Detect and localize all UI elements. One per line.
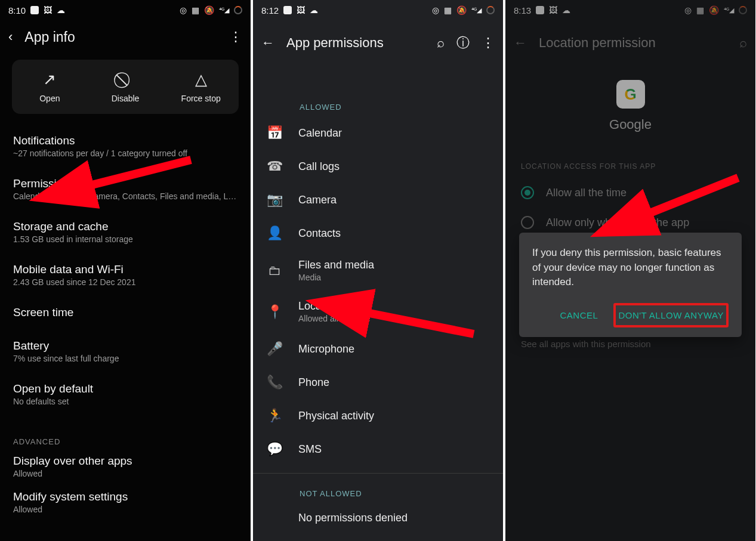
section-allowed: ALLOWED (253, 87, 503, 116)
call-log-icon: ☎ (265, 159, 284, 174)
row-sub: No defaults set (13, 397, 237, 406)
perm-label: Calendar (298, 127, 342, 140)
overflow-icon[interactable]: ⋮ (482, 35, 495, 51)
clock: 8:10 (8, 5, 26, 16)
force-stop-label: Force stop (181, 94, 221, 103)
row-open-by-default[interactable]: Open by default No defaults set (13, 373, 237, 416)
row-sub: Calendar, Call logs, Camera, Contacts, F… (13, 191, 237, 201)
notification-dot-icon (283, 6, 292, 14)
action-row: ↗ Open ⃠ Disable △ Force stop (12, 60, 239, 114)
row-permissions[interactable]: Permissions Calendar, Call logs, Camera,… (13, 168, 237, 211)
hotspot-icon: ◎ (432, 6, 439, 14)
screen-location-permission: 8:13 🖼 ☁ ◎ ▦ 🔕 ⁴ᴳ◢ ← Location permission… (505, 0, 755, 541)
activity-icon: 🏃 (265, 408, 284, 423)
row-battery[interactable]: Battery 7% use since last full charge (13, 330, 237, 373)
perm-label: Call logs (298, 160, 340, 173)
row-sub: 2.43 GB used since 12 Dec 2021 (13, 277, 237, 287)
row-title: Storage and cache (13, 220, 237, 233)
perm-contacts[interactable]: 👤 Contacts (253, 217, 503, 250)
notification-dot-icon (30, 6, 39, 14)
cloud-icon: ☁ (57, 6, 65, 14)
perm-call-logs[interactable]: ☎ Call logs (253, 150, 503, 183)
perm-label: Phone (298, 376, 329, 389)
row-sub: 1.53 GB used in internal storage (13, 234, 237, 244)
perm-label: Location (298, 300, 371, 313)
page-title: App info (24, 29, 217, 45)
row-sub: Allowed (13, 469, 237, 478)
perm-phone[interactable]: 📞 Phone (253, 366, 503, 399)
row-sub: 7% use since last full charge (13, 354, 237, 363)
screen-app-permissions: 8:12 🖼 ☁ ◎ ▦ 🔕 ⁴ᴳ◢ ← App permissions ⌕ ⓘ… (253, 0, 503, 541)
camera-icon: 📷 (265, 192, 284, 208)
image-icon: 🖼 (297, 6, 305, 14)
calendar-icon: 📅 (265, 125, 284, 141)
perm-files[interactable]: 🗀 Files and media Media (253, 250, 503, 291)
mute-icon: 🔕 (204, 6, 214, 14)
volte-icon: ▦ (444, 6, 452, 14)
search-icon[interactable]: ⌕ (437, 35, 445, 51)
perm-sub: Allowed all the time (298, 314, 371, 323)
none-denied-label: No permissions denied (298, 512, 408, 524)
disable-icon: ⃠ (88, 70, 163, 89)
section-not-allowed: NOT ALLOWED (253, 474, 503, 503)
row-modify-system[interactable]: Modify system settings Allowed (13, 484, 237, 520)
image-icon: 🖼 (44, 6, 52, 14)
microphone-icon: 🎤 (265, 341, 284, 357)
perm-activity[interactable]: 🏃 Physical activity (253, 399, 503, 432)
help-icon[interactable]: ⓘ (456, 34, 470, 52)
header: ← App permissions ⌕ ⓘ ⋮ (253, 20, 503, 66)
open-icon: ↗ (12, 70, 88, 89)
force-stop-button[interactable]: △ Force stop (163, 70, 239, 103)
battery-ring-icon (486, 6, 495, 14)
folder-icon: 🗀 (265, 263, 284, 279)
perm-sms[interactable]: 💬 SMS (253, 432, 503, 466)
overflow-icon[interactable]: ⋮ (229, 29, 242, 45)
perm-sub: Media (298, 273, 374, 282)
dialog-message: If you deny this permission, basic featu… (532, 246, 729, 290)
row-title: Permissions (13, 177, 237, 190)
perm-camera[interactable]: 📷 Camera (253, 183, 503, 217)
location-icon: 📍 (265, 304, 284, 320)
perm-label: Files and media (298, 259, 374, 271)
row-screen-time[interactable]: Screen time (13, 296, 237, 330)
disable-label: Disable (112, 94, 140, 103)
warning-icon: △ (163, 70, 239, 89)
battery-ring-icon (234, 6, 242, 14)
screen-app-info: 8:10 🖼 ☁ ◎ ▦ 🔕 ⁴ᴳ◢ ‹ App info ⋮ ↗ Open ⃠… (0, 0, 251, 541)
row-title: Notifications (13, 134, 237, 147)
sms-icon: 💬 (265, 441, 284, 457)
section-advanced: ADVANCED (13, 437, 237, 446)
perm-label: Contacts (298, 227, 341, 240)
perm-location[interactable]: 📍 Location Allowed all the time (253, 291, 503, 332)
open-button[interactable]: ↗ Open (12, 70, 88, 103)
clock: 8:12 (261, 5, 279, 16)
back-icon[interactable]: ‹ (8, 29, 13, 45)
row-storage[interactable]: Storage and cache 1.53 GB used in intern… (13, 211, 237, 254)
header: ‹ App info ⋮ (0, 20, 251, 54)
signal-icon: ⁴ᴳ◢ (471, 7, 482, 14)
row-title: Battery (13, 339, 237, 353)
row-title: Modify system settings (13, 490, 237, 503)
perm-label: Microphone (298, 343, 354, 355)
row-sub: Allowed (13, 505, 237, 514)
perm-label: Camera (298, 194, 337, 206)
dont-allow-anyway-button[interactable]: DON'T ALLOW ANYWAY (613, 303, 729, 327)
cancel-button[interactable]: CANCEL (558, 305, 601, 325)
perm-microphone[interactable]: 🎤 Microphone (253, 332, 503, 366)
settings-list: Notifications ~27 notifications per day … (0, 125, 251, 520)
row-title: Display over other apps (13, 455, 237, 468)
row-display-over[interactable]: Display over other apps Allowed (13, 449, 237, 484)
disable-button[interactable]: ⃠ Disable (88, 70, 163, 103)
row-title: Open by default (13, 382, 237, 395)
perm-label: Physical activity (298, 410, 374, 422)
row-sub: ~27 notifications per day / 1 category t… (13, 149, 237, 158)
back-icon[interactable]: ← (261, 35, 274, 51)
open-label: Open (39, 94, 60, 103)
row-notifications[interactable]: Notifications ~27 notifications per day … (13, 125, 237, 168)
row-mobile-data[interactable]: Mobile data and Wi-Fi 2.43 GB used since… (13, 254, 237, 296)
no-permissions-denied: No permissions denied (253, 503, 503, 533)
perm-label: SMS (298, 443, 322, 456)
cloud-icon: ☁ (310, 6, 318, 14)
perm-calendar[interactable]: 📅 Calendar (253, 116, 503, 150)
page-title: App permissions (286, 35, 425, 51)
